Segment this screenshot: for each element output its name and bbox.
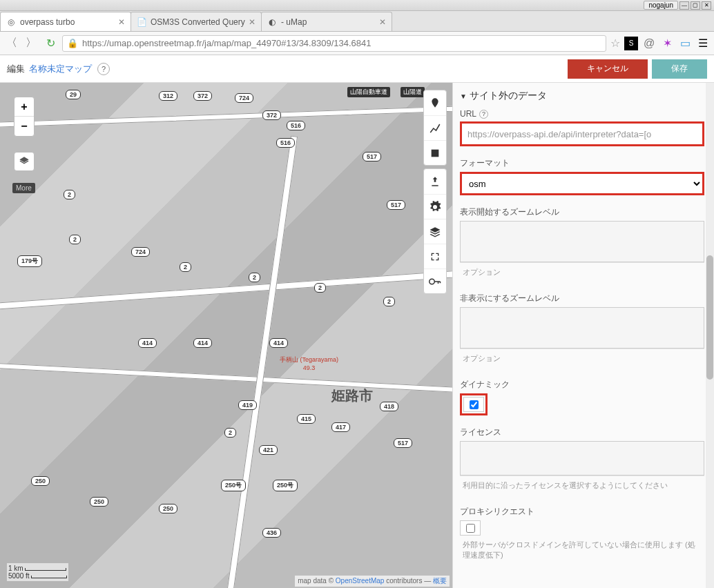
user-badge: nogajun	[644, 1, 678, 10]
ext-icon-3[interactable]: ✶	[660, 37, 674, 50]
reload-button[interactable]: ↻	[43, 36, 58, 51]
back-button[interactable]: 〈	[4, 36, 19, 51]
close-icon[interactable]: ✕	[118, 17, 125, 27]
route-shield: 414	[269, 338, 288, 348]
zoom-show-input[interactable]	[460, 221, 704, 262]
edit-toolbar	[423, 90, 447, 294]
ext-icon-2[interactable]: @	[642, 37, 656, 50]
globe-icon: ◐	[267, 17, 277, 27]
about-link[interactable]: 概要	[433, 577, 447, 585]
star-icon[interactable]: ☆	[610, 37, 620, 50]
app-header: 編集 名称未定マップ ? キャンセル 保存	[0, 55, 714, 83]
route-shield: 418	[380, 402, 398, 411]
remote-data-panel: ▼ サイト外のデータ URL ? フォーマット osm 表示開始するズームレベル…	[453, 83, 714, 588]
remote-url-input[interactable]	[460, 121, 704, 146]
tab-overpass[interactable]: ◎ overpass turbo ✕	[0, 12, 131, 31]
tab-label: overpass turbo	[20, 17, 75, 27]
route-shield: 250	[90, 497, 108, 507]
route-shield: 414	[138, 338, 157, 348]
osm-link[interactable]: OpenStreetMap	[336, 577, 385, 585]
route-shield: 415	[297, 414, 316, 424]
format-select[interactable]: osm	[462, 174, 702, 193]
route-shield: 2	[249, 273, 260, 282]
license-label: ライセンス	[460, 427, 704, 438]
dynamic-label: ダイナミック	[460, 379, 704, 391]
close-icon[interactable]: ✕	[249, 17, 255, 27]
save-button[interactable]: 保存	[652, 59, 707, 79]
lock-icon: 🔒	[67, 38, 78, 48]
license-input[interactable]	[460, 441, 704, 476]
route-shield: 724	[131, 247, 150, 257]
map-canvas[interactable]: 山陽自動車道 山陽道 姫路市 手柄山 (Tegarayama)49.3 29 3…	[0, 83, 453, 588]
line-tool[interactable]	[424, 115, 446, 140]
map-tiles	[0, 83, 452, 588]
tab-label: OSM3S Converted Query	[151, 17, 245, 27]
route-shield: 2	[64, 190, 75, 199]
window-titlebar: nogajun — ▢ ✕	[0, 0, 714, 11]
proxy-label: プロキシリクエスト	[460, 506, 704, 518]
help-icon[interactable]: ?	[97, 63, 110, 75]
zoom-in-button[interactable]: +	[15, 97, 34, 117]
tab-label: - uMap	[281, 17, 307, 27]
layers-icon	[19, 156, 30, 167]
route-shield: 414	[193, 338, 212, 348]
svg-rect-0	[432, 149, 439, 157]
route-shield: 179号	[17, 255, 42, 267]
url-input[interactable]: 🔒 https://umap.openstreetmap.fr/ja/map/m…	[62, 35, 606, 52]
route-shield: 2	[180, 262, 191, 272]
poi-label: 手柄山 (Tegarayama)49.3	[280, 355, 338, 371]
marker-tool[interactable]	[424, 90, 446, 115]
import-tool[interactable]	[424, 169, 446, 194]
route-shield: 372	[262, 110, 281, 120]
route-shield: 421	[259, 445, 278, 455]
url-text: https://umap.openstreetmap.fr/ja/map/map…	[82, 38, 371, 48]
ext-icon-4[interactable]: ▭	[678, 37, 692, 50]
permissions-tool[interactable]	[424, 268, 446, 293]
route-shield: 2	[314, 283, 326, 293]
close-window-button[interactable]: ✕	[702, 1, 711, 10]
layers-button[interactable]	[14, 152, 35, 171]
scroll-thumb[interactable]	[706, 255, 713, 380]
tab-osm3s[interactable]: 📄 OSM3S Converted Query ✕	[131, 12, 262, 31]
route-shield: 312	[159, 91, 177, 101]
format-label: フォーマット	[460, 157, 704, 169]
edit-label: 編集	[7, 63, 25, 75]
route-shield: 724	[235, 93, 253, 103]
target-icon: ◎	[6, 17, 16, 27]
dynamic-checkbox[interactable]	[463, 397, 484, 412]
license-hint: 利用目的に沿ったライセンスを選択するようにしてください	[460, 476, 704, 495]
panel-title[interactable]: ▼ サイト外のデータ	[460, 90, 704, 102]
tab-umap[interactable]: ◐ - uMap ✕	[261, 12, 392, 31]
bounds-tool[interactable]	[424, 244, 446, 268]
route-shield: 419	[238, 400, 257, 410]
zoom-out-button[interactable]: −	[15, 117, 34, 136]
route-shield: 2	[69, 235, 81, 244]
zoom-show-label: 表示開始するズームレベル	[460, 206, 704, 218]
route-shield: 250号	[221, 480, 246, 491]
polygon-tool[interactable]	[424, 140, 446, 165]
settings-tool[interactable]	[424, 194, 446, 219]
route-shield: 517	[387, 200, 405, 210]
ext-icon-1[interactable]: S	[624, 37, 638, 50]
zoom-hide-input[interactable]	[460, 307, 704, 349]
route-shield: 417	[331, 422, 350, 432]
minimize-button[interactable]: —	[679, 1, 689, 10]
route-shield: 250	[159, 504, 177, 513]
cancel-button[interactable]: キャンセル	[568, 59, 648, 79]
menu-button[interactable]: ☰	[696, 37, 710, 50]
panel-scrollbar[interactable]	[706, 83, 714, 588]
route-shield: 516	[287, 121, 305, 130]
help-icon[interactable]: ?	[479, 110, 488, 119]
forward-button[interactable]: 〉	[23, 36, 39, 51]
route-shield: 372	[193, 91, 212, 101]
route-shield: 250	[31, 476, 50, 486]
tilelayers-tool[interactable]	[424, 219, 446, 244]
close-icon[interactable]: ✕	[379, 17, 386, 27]
zoom-control: + −	[14, 97, 35, 137]
map-name-link[interactable]: 名称未定マップ	[29, 63, 92, 75]
proxy-checkbox[interactable]	[460, 520, 481, 536]
maximize-button[interactable]: ▢	[691, 1, 700, 10]
attribution: map data © OpenStreetMap contributors — …	[295, 576, 450, 587]
route-shield: 517	[394, 438, 412, 448]
more-button[interactable]: More	[12, 183, 35, 193]
